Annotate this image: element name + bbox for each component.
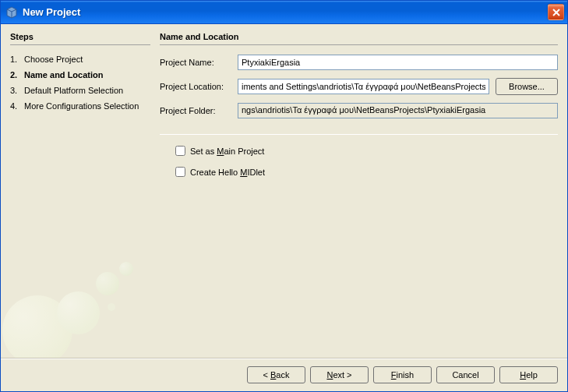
titlebar: New Project xyxy=(1,1,567,24)
next-button[interactable]: Next > xyxy=(310,366,369,383)
content-area: Steps 1.Choose Project2.Name and Locatio… xyxy=(1,24,567,358)
step-item: 3.Default Platform Selection xyxy=(10,83,150,98)
close-icon xyxy=(552,9,560,16)
footer-buttons: < Back Next > Finish Cancel Help xyxy=(1,358,567,391)
lbl-project-folder: Project Folder: xyxy=(160,106,238,115)
browse-button[interactable]: Browse... xyxy=(496,78,558,95)
input-project-location[interactable] xyxy=(238,79,489,94)
chk-set-main[interactable]: Set as Main Project xyxy=(175,146,558,156)
chk-set-main-label: Set as Main Project xyxy=(190,147,264,156)
step-item: 1.Choose Project xyxy=(10,51,150,67)
step-num: 4. xyxy=(10,101,24,111)
panel-heading: Name and Location xyxy=(160,32,558,45)
help-button[interactable]: Help xyxy=(499,366,558,383)
row-project-location: Project Location: Browse... xyxy=(160,78,558,95)
step-num: 3. xyxy=(10,85,24,96)
step-label: Choose Project xyxy=(24,54,83,65)
form-pane: Name and Location Project Name: Project … xyxy=(160,32,558,358)
window-title: New Project xyxy=(23,6,548,18)
row-project-name: Project Name: xyxy=(160,55,558,70)
cancel-button[interactable]: Cancel xyxy=(436,366,495,383)
step-num: 1. xyxy=(10,54,24,65)
step-label: Default Platform Selection xyxy=(24,85,123,96)
step-label: Name and Location xyxy=(24,69,103,80)
steps-heading: Steps xyxy=(10,32,150,45)
close-button[interactable] xyxy=(548,4,564,20)
step-label: More Configurations Selection xyxy=(24,101,139,111)
separator xyxy=(160,134,558,135)
chk-set-main-box[interactable] xyxy=(175,146,185,156)
input-project-folder: ngs\andriotis\Τα έγγραφά μου\NetBeansPro… xyxy=(238,103,558,118)
chk-create-midlet-box[interactable] xyxy=(175,167,185,177)
lbl-project-name: Project Name: xyxy=(160,58,238,67)
row-project-folder: Project Folder: ngs\andriotis\Τα έγγραφά… xyxy=(160,103,558,118)
decorative-bubbles xyxy=(2,241,158,358)
step-num: 2. xyxy=(10,69,24,80)
steps-list: 1.Choose Project2.Name and Location3.Def… xyxy=(10,51,150,114)
lbl-project-location: Project Location: xyxy=(160,82,238,91)
step-item: 2.Name and Location xyxy=(10,67,150,83)
steps-pane: Steps 1.Choose Project2.Name and Locatio… xyxy=(10,32,150,358)
chk-create-midlet[interactable]: Create Hello MIDlet xyxy=(175,167,558,177)
input-project-name[interactable] xyxy=(238,55,558,70)
step-item: 4.More Configurations Selection xyxy=(10,98,150,114)
app-icon xyxy=(5,6,18,19)
chk-create-midlet-label: Create Hello MIDlet xyxy=(190,168,265,177)
finish-button[interactable]: Finish xyxy=(373,366,432,383)
back-button[interactable]: < Back xyxy=(247,366,305,383)
